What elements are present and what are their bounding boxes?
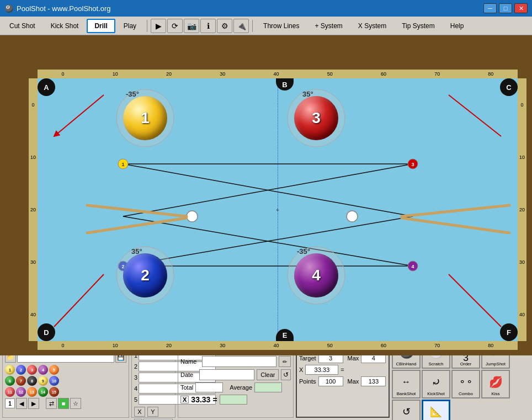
num-1-btn[interactable]: 1 <box>5 398 15 408</box>
mini-ball-5[interactable]: 5 <box>49 365 59 375</box>
refresh-date-icon[interactable]: ↺ <box>281 369 291 380</box>
menu-bar: Cut Shot Kick Shot Drill Play ▶ ⟳ 📷 ℹ ⚙ … <box>0 17 532 35</box>
x-system-button[interactable]: X System <box>351 19 393 33</box>
kick-shot-icon: ⤾ <box>425 372 447 391</box>
mini-ball-2[interactable]: 2 <box>16 365 26 375</box>
action-row: 1 ◀ ▶ ⇄ ■ ☆ <box>5 398 126 409</box>
mini-ball-15[interactable]: 15 <box>49 387 59 397</box>
kick-shot-btn[interactable]: ⤾ KickShot <box>422 370 450 398</box>
center-crosshair: + <box>275 208 280 212</box>
date-label: Date <box>180 371 197 378</box>
kick-shot-label: KickShot <box>427 391 445 396</box>
play-button[interactable]: Play <box>116 19 143 33</box>
date-input[interactable] <box>199 369 254 380</box>
average-label: Average <box>230 384 252 391</box>
name-row: Name ✏ <box>180 356 291 367</box>
left-ruler: 0 10 20 30 40 <box>29 78 38 341</box>
mini-ball-8[interactable]: 8 <box>27 376 37 386</box>
skill-points-row: Points 100 Max 133 <box>299 376 386 386</box>
score-num-2: 2 <box>134 363 137 370</box>
kick-shot-button[interactable]: Kick Shot <box>44 19 86 33</box>
app-icon: 🎱 <box>4 4 13 13</box>
kiss-icon: 💋 <box>485 372 507 391</box>
plus-system-button[interactable]: + System <box>307 19 349 33</box>
refresh-icon-button[interactable]: ⟳ <box>167 19 183 33</box>
drill-button[interactable]: Drill <box>87 19 115 33</box>
order-label: Order <box>460 361 471 366</box>
arrow-right-btn[interactable]: ▶ <box>28 398 39 409</box>
clear-button[interactable]: Clear <box>257 369 279 380</box>
total-row: Total Average <box>180 382 291 392</box>
top-ruler: 0 10 20 30 40 50 60 70 80 <box>38 70 518 78</box>
arrow-left-btn[interactable]: ◀ <box>16 398 27 409</box>
ball-row-2: 6 7 8 9 10 <box>5 376 126 386</box>
bottom-row-2: X 33.33 = <box>180 395 291 405</box>
y-btn[interactable]: Y <box>147 407 158 417</box>
hit-rail-icon: 📐 <box>425 402 447 420</box>
score-num-3: 3 <box>134 374 137 381</box>
minimize-button[interactable]: ─ <box>483 3 497 13</box>
pool-table-container: 0 10 20 30 40 50 60 70 80 0 10 20 30 40 … <box>0 35 532 355</box>
mini-ball-6[interactable]: 6 <box>5 376 15 386</box>
hit-rail-btn[interactable]: 📐 HitRail <box>422 400 450 420</box>
tip-system-button[interactable]: Tip System <box>395 19 442 33</box>
bank-shot-icon: ↔ <box>395 372 417 391</box>
score-row-4: 4 <box>134 384 173 394</box>
mini-ball-7[interactable]: 7 <box>16 376 26 386</box>
mini-ball-13[interactable]: 13 <box>27 387 37 397</box>
close-button[interactable]: ✕ <box>514 3 528 13</box>
combo-btn[interactable]: ⚬⚬ Combo <box>451 370 480 398</box>
help-button[interactable]: Help <box>443 19 471 33</box>
combo-icon: ⚬⚬ <box>455 372 477 391</box>
pocket-f: F <box>500 323 518 341</box>
total-label: Total <box>180 384 193 391</box>
mini-ball-9[interactable]: 9 <box>38 376 48 386</box>
app-title: PoolShot - www.PoolShot.org <box>17 4 111 13</box>
swap-btn[interactable]: ⇄ <box>46 398 57 409</box>
skill-x-value: 33.33 <box>305 365 338 375</box>
mini-ball-3[interactable]: 3 <box>27 365 37 375</box>
max-value-2: 133 <box>361 376 386 386</box>
maximize-button[interactable]: □ <box>499 3 512 13</box>
score-num-4: 4 <box>134 385 137 392</box>
star-btn[interactable]: ☆ <box>70 398 81 409</box>
mini-ball-4[interactable]: 4 <box>38 365 48 375</box>
kiss-btn[interactable]: 💋 Kiss <box>481 370 510 398</box>
average-input[interactable] <box>254 382 282 392</box>
right-ruler: 0 10 20 30 40 <box>518 78 526 341</box>
table-felt[interactable]: + <box>38 78 518 341</box>
pocket-c: C <box>500 78 518 96</box>
camera-icon-button[interactable]: 📷 <box>184 19 199 33</box>
bank-shot-btn[interactable]: ↔ BankShot <box>392 370 421 398</box>
mini-ball-1[interactable]: 1 <box>5 365 15 375</box>
ball-2: 2 <box>123 253 167 297</box>
name-edit-icon[interactable]: ✏ <box>279 356 291 367</box>
title-bar: 🎱 PoolShot - www.PoolShot.org ─ □ ✕ <box>0 0 532 17</box>
plugin-icon-button[interactable]: 🔌 <box>233 19 249 33</box>
settings-icon-button[interactable]: ⚙ <box>217 19 232 33</box>
throw-lines-button[interactable]: Throw Lines <box>256 19 306 33</box>
mini-ball-11[interactable]: 11 <box>5 387 15 397</box>
jump-shot-label: JumpShot <box>486 361 506 366</box>
skill-equals: = <box>341 366 344 373</box>
max-label-2: Max <box>348 378 359 385</box>
carom-btn[interactable]: ↺ Carom <box>392 400 421 420</box>
result-input[interactable] <box>220 395 247 405</box>
target-label: Target <box>299 355 316 361</box>
pocket-d: D <box>38 323 55 341</box>
bank-shot-label: BankShot <box>397 391 416 396</box>
play-icon-button[interactable]: ▶ <box>151 19 166 33</box>
mini-ball-14[interactable]: 14 <box>38 387 48 397</box>
mini-ball-10[interactable]: 10 <box>49 376 59 386</box>
bottom-ruler: 0 10 20 30 40 50 60 70 80 <box>38 341 518 350</box>
x-btn[interactable]: X <box>134 407 145 417</box>
mini-ball-12[interactable]: 12 <box>16 387 26 397</box>
max-label-1: Max <box>348 355 359 361</box>
color-btn[interactable]: ■ <box>58 398 69 409</box>
info-icon-button[interactable]: ℹ <box>200 19 216 33</box>
score-row-3: 3 <box>134 373 173 382</box>
name-input[interactable] <box>202 356 276 367</box>
score-row-2: 2 <box>134 361 173 371</box>
total-input[interactable] <box>195 382 223 392</box>
cut-shot-button[interactable]: Cut Shot <box>2 19 42 33</box>
